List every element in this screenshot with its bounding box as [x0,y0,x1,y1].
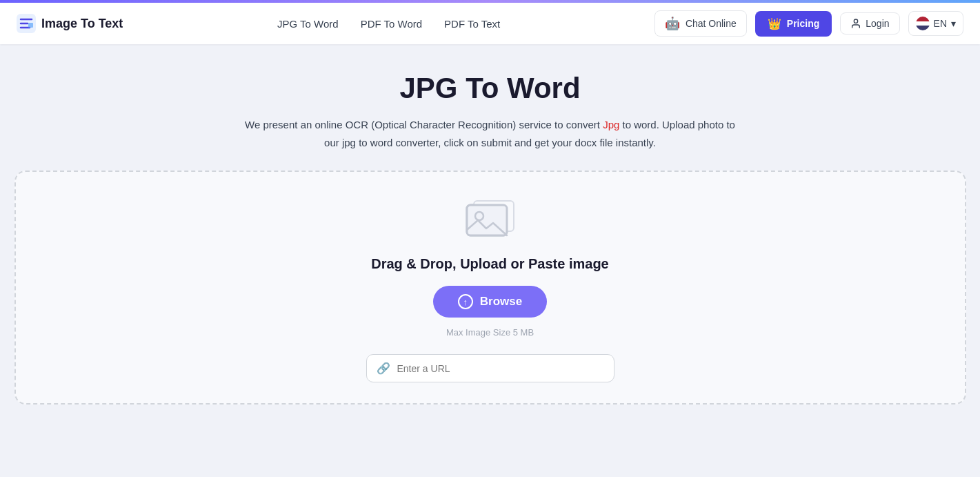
nav-pdf-to-text[interactable]: PDF To Text [444,18,500,30]
chevron-down-icon: ▾ [951,18,956,29]
svg-rect-1 [28,23,33,28]
upload-drop-zone[interactable]: Drag & Drop, Upload or Paste image ↑ Bro… [14,171,966,405]
max-size-text: Max Image Size 5 MB [446,327,534,338]
link-icon: 🔗 [377,362,390,375]
lang-label: EN [934,18,947,29]
pricing-button[interactable]: 👑 Pricing [755,11,832,37]
svg-point-2 [854,19,858,23]
nav-jpg-to-word[interactable]: JPG To Word [277,18,339,30]
crown-icon: 👑 [768,17,781,30]
chat-online-button[interactable]: 🤖 Chat Online [654,10,747,37]
logo-text: Image To Text [41,17,123,31]
user-icon [850,18,861,29]
drag-drop-text: Drag & Drop, Upload or Paste image [371,256,609,272]
pricing-label: Pricing [787,18,819,29]
page-description: We present an online OCR (Optical Charac… [242,116,739,151]
image-placeholder-icon [466,199,515,241]
image-icon-wrapper [466,199,515,244]
browse-label: Browse [480,295,522,309]
chat-online-label: Chat Online [686,18,737,29]
flag-icon [916,17,930,30]
logo-icon [17,14,36,33]
nav-right: 🤖 Chat Online 👑 Pricing Login EN ▾ [654,10,963,37]
language-selector[interactable]: EN ▾ [908,11,963,36]
chat-icon: 🤖 [665,16,680,31]
nav-links: JPG To Word PDF To Word PDF To Text [277,18,500,30]
header: Image To Text JPG To Word PDF To Word PD… [0,3,980,44]
nav-pdf-to-word[interactable]: PDF To Word [361,18,422,30]
desc-text-1: We present an online OCR (Optical Charac… [245,119,603,130]
login-button[interactable]: Login [840,12,899,35]
logo[interactable]: Image To Text [17,14,123,33]
login-label: Login [866,18,889,29]
page-title: JPG To Word [399,72,580,105]
url-input-wrapper: 🔗 [366,354,614,382]
browse-button[interactable]: ↑ Browse [433,286,547,318]
desc-link-jpg[interactable]: Jpg [603,119,619,130]
main-content: JPG To Word We present an online OCR (Op… [0,44,980,418]
upload-circle-icon: ↑ [458,294,473,309]
upload-arrow-icon: ↑ [463,297,468,307]
url-input[interactable] [397,363,604,374]
